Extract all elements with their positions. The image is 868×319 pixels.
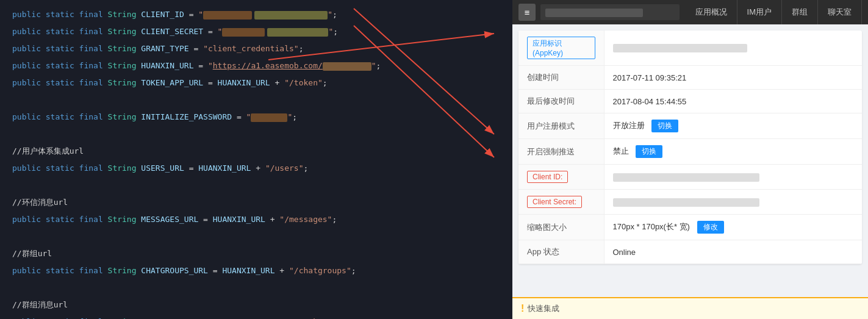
tab-chatrooms[interactable]: 聊天室	[818, 0, 862, 24]
value-thumbnail: 170px * 170px(长* 宽) 修改	[604, 215, 862, 240]
code-line-huanxin-url: public static final String HUANXIN_URL =…	[12, 57, 500, 74]
code-line-users-url: public static final String USERS_URL = H…	[12, 160, 500, 177]
value-appkey	[604, 30, 862, 66]
label-register-mode: 用户注册模式	[518, 113, 604, 139]
client-id-badge: Client ID:	[527, 171, 568, 183]
code-line-comment-users: //用户体系集成url	[12, 143, 500, 160]
thumbnail-size-text: 170px * 170px(长* 宽)	[613, 222, 690, 231]
code-line-init-password: public static final String INITIALIZE_PA…	[12, 109, 500, 126]
value-modify-time: 2017-08-04 15:44:55	[604, 90, 862, 113]
code-line-comment-chatmessages: //群组消息url	[12, 296, 500, 314]
value-create-time: 2017-07-11 09:35:21	[604, 66, 862, 90]
code-line-comment-chatgroups: //群组url	[12, 245, 500, 262]
row-client-id: Client ID:	[518, 165, 862, 190]
code-line-client-secret: public static final String CLIENT_SECRET…	[12, 23, 500, 40]
tab-app-overview[interactable]: 应用概况	[686, 0, 737, 24]
quick-start-icon: !	[521, 303, 524, 314]
value-push: 禁止 切换	[604, 139, 862, 165]
value-client-id	[604, 165, 862, 190]
label-appkey: 应用标识(AppKey)	[518, 30, 604, 66]
client-secret-badge: Client Secret:	[527, 196, 582, 208]
label-thumbnail: 缩略图大小	[518, 215, 604, 240]
code-panel: public static final String CLIENT_ID = "…	[0, 0, 512, 319]
info-table: 应用标识(AppKey) 创建时间 2017-07-11 09:35:21 最后…	[518, 30, 862, 264]
value-client-secret	[604, 190, 862, 215]
value-register-mode: 开放注册 切换	[604, 113, 862, 139]
label-app-status: App 状态	[518, 240, 604, 264]
tab-im-users[interactable]: IM用户	[737, 0, 782, 24]
app-icon: ≡	[518, 4, 536, 21]
row-appkey: 应用标识(AppKey)	[518, 30, 862, 66]
code-line-grant-type: public static final String GRANT_TYPE = …	[12, 40, 500, 57]
app-info-card: 应用标识(AppKey) 创建时间 2017-07-11 09:35:21 最后…	[518, 30, 862, 264]
code-line-chatmessages-url: public static final String CHATMESSAGES_…	[12, 314, 500, 319]
row-thumbnail: 缩略图大小 170px * 170px(长* 宽) 修改	[518, 215, 862, 240]
label-create-time: 创建时间	[518, 66, 604, 90]
nav-tabs: 应用概况 IM用户 群组 聊天室	[686, 0, 862, 24]
label-client-secret: Client Secret:	[518, 190, 604, 215]
appkey-badge: 应用标识(AppKey)	[527, 37, 595, 59]
code-line-token-app-url: public static final String TOKEN_APP_URL…	[12, 74, 500, 91]
right-panel: ≡ 应用概况 IM用户 群组 聊天室 应用标识(AppKey)	[512, 0, 868, 319]
code-line-messages-url: public static final String MESSAGES_URL …	[12, 211, 500, 228]
row-modify-time: 最后修改时间 2017-08-04 15:44:55	[518, 90, 862, 113]
code-line-chatgroups-url: public static final String CHATGROUPS_UR…	[12, 262, 500, 279]
value-app-status: Online	[604, 240, 862, 264]
code-line-comment-messages: //环信消息url	[12, 194, 500, 211]
top-nav: ≡ 应用概况 IM用户 群组 聊天室	[512, 0, 868, 24]
row-client-secret: Client Secret:	[518, 190, 862, 215]
app-name-display	[540, 4, 680, 20]
push-status-text: 禁止	[613, 146, 629, 156]
content-area: 应用标识(AppKey) 创建时间 2017-07-11 09:35:21 最后…	[512, 24, 868, 297]
row-register-mode: 用户注册模式 开放注册 切换	[518, 113, 862, 139]
switch-push-button[interactable]: 切换	[636, 145, 662, 158]
row-app-status: App 状态 Online	[518, 240, 862, 264]
switch-register-button[interactable]: 切换	[651, 120, 678, 132]
row-create-time: 创建时间 2017-07-11 09:35:21	[518, 66, 862, 90]
quick-start-label: 快速集成	[528, 303, 559, 314]
label-client-id: Client ID:	[518, 165, 604, 190]
modify-thumbnail-button[interactable]: 修改	[697, 221, 724, 234]
quick-start-bar: ! 快速集成	[512, 297, 868, 319]
label-modify-time: 最后修改时间	[518, 90, 604, 113]
register-mode-text: 开放注册	[613, 121, 645, 130]
code-line-client-id: public static final String CLIENT_ID = "…	[12, 6, 500, 23]
row-push: 开启强制推送 禁止 切换	[518, 139, 862, 165]
label-push: 开启强制推送	[518, 139, 604, 165]
tab-groups[interactable]: 群组	[782, 0, 818, 24]
